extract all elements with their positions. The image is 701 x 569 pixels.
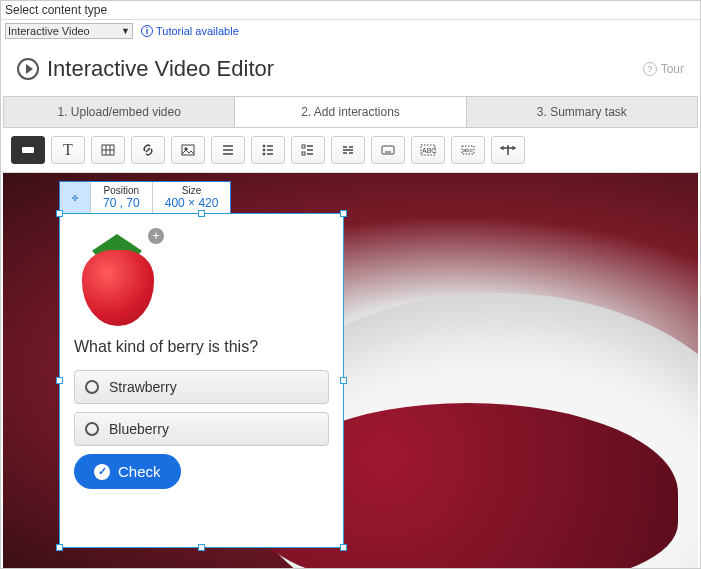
table-tool[interactable] [91,136,125,164]
image-tool[interactable] [171,136,205,164]
page-title: Interactive Video Editor [47,56,274,82]
svg-rect-17 [302,152,305,155]
svg-point-10 [263,145,265,147]
svg-marker-40 [72,197,73,199]
svg-rect-26 [382,146,394,154]
drag-text-tool[interactable]: ABC [411,136,445,164]
resize-handle-sw[interactable] [56,544,63,551]
fill-blank-tool[interactable] [371,136,405,164]
tutorial-text: Tutorial available [156,25,239,37]
content-type-label: Select content type [1,1,700,20]
interaction-toolbar: T ABC abc [1,128,700,173]
info-icon: i [141,25,153,37]
tour-label: Tour [661,62,684,76]
svg-point-11 [263,149,265,151]
question-overlay[interactable]: + What kind of berry is this? Strawberry… [59,213,344,548]
help-icon: ? [643,62,657,76]
position-value: 70 , 70 [103,196,140,210]
single-choice-tool[interactable] [251,136,285,164]
resize-handle-s[interactable] [198,544,205,551]
svg-rect-16 [302,145,305,148]
resize-handle-se[interactable] [340,544,347,551]
multi-choice-tool[interactable] [291,136,325,164]
check-label: Check [118,463,161,480]
svg-marker-39 [74,199,76,200]
mark-words-tool[interactable]: abc [451,136,485,164]
add-image-button[interactable]: + [148,228,164,244]
svg-marker-41 [77,197,78,199]
option-label: Blueberry [109,421,169,437]
tutorial-link[interactable]: i Tutorial available [141,25,239,37]
question-text: What kind of berry is this? [74,338,329,356]
resize-handle-w[interactable] [56,377,63,384]
svg-rect-0 [22,147,34,153]
resize-handle-ne[interactable] [340,210,347,217]
text-tool[interactable]: T [51,136,85,164]
statements-tool[interactable] [211,136,245,164]
size-value: 400 × 420 [165,196,219,210]
check-button[interactable]: ✓ Check [74,454,181,489]
crossroads-tool[interactable] [491,136,525,164]
option-blueberry[interactable]: Blueberry [74,412,329,446]
resize-handle-nw[interactable] [56,210,63,217]
truefalse-tool[interactable] [331,136,365,164]
select-value: Interactive Video [8,25,90,37]
tab-summary[interactable]: 3. Summary task [466,97,697,127]
chevron-down-icon: ▼ [121,26,130,36]
resize-handle-n[interactable] [198,210,205,217]
svg-marker-35 [513,147,515,149]
resize-handle-e[interactable] [340,377,347,384]
content-type-select[interactable]: Interactive Video ▼ [5,23,133,39]
svg-point-12 [263,153,265,155]
step-tabs: 1. Upload/embed video 2. Add interaction… [3,96,698,128]
option-label: Strawberry [109,379,177,395]
svg-text:abc: abc [463,147,473,153]
svg-text:ABC: ABC [422,147,436,154]
video-canvas[interactable]: Position 70 , 70 Size 400 × 420 + What k… [3,173,698,569]
play-circle-icon [17,58,39,80]
tour-button[interactable]: ? Tour [643,62,684,76]
option-strawberry[interactable]: Strawberry [74,370,329,404]
radio-icon [85,422,99,436]
move-handle[interactable] [60,182,90,213]
radio-icon [85,380,99,394]
link-tool[interactable] [131,136,165,164]
svg-rect-5 [182,145,194,155]
strawberry-image: + [74,228,164,328]
svg-marker-34 [501,147,503,149]
svg-marker-38 [74,195,76,196]
label-tool[interactable] [11,136,45,164]
position-label: Position [103,185,140,196]
size-label: Size [165,185,219,196]
check-icon: ✓ [94,464,110,480]
overlay-info-panel: Position 70 , 70 Size 400 × 420 [59,181,231,214]
tab-upload[interactable]: 1. Upload/embed video [3,97,234,127]
tab-interactions[interactable]: 2. Add interactions [234,97,465,127]
